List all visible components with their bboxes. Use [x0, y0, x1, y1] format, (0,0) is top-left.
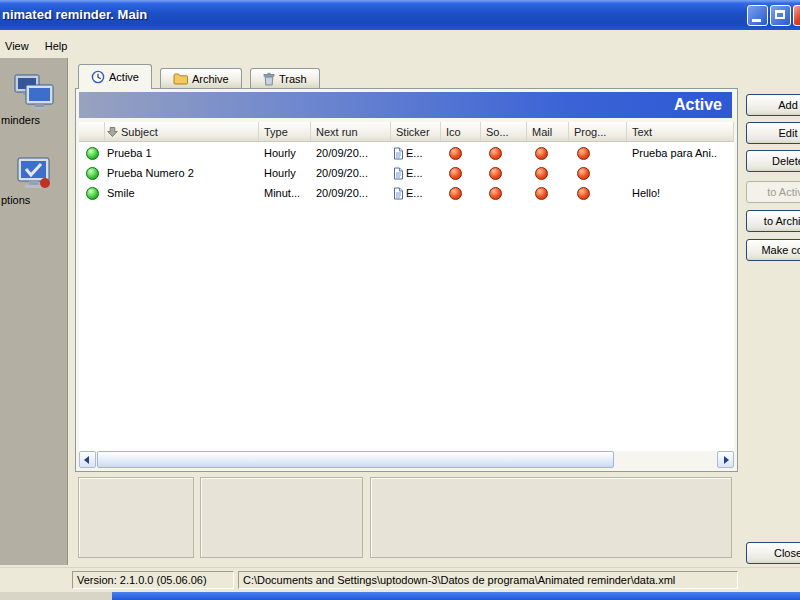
red-flag-icon: [577, 187, 590, 200]
column-header-sound[interactable]: So...: [481, 122, 527, 141]
preview-panel-1: [78, 477, 194, 558]
cell-type: Minut...: [259, 183, 311, 203]
menu-view[interactable]: View: [0, 37, 37, 55]
active-status-icon: [86, 147, 99, 160]
menu-help[interactable]: Help: [40, 37, 76, 55]
cell-ico: [441, 143, 481, 163]
titlebar: nimated reminder. Main: [0, 0, 800, 30]
table-row[interactable]: Smile Minut... 20/09/20... E... Hello!: [79, 183, 734, 203]
close-window-button[interactable]: [793, 5, 800, 26]
folder-icon: [173, 72, 188, 85]
cell-text: Prueba para Ani..: [627, 143, 734, 163]
cell-next-run: 20/09/20...: [311, 183, 391, 203]
minimize-button[interactable]: [747, 5, 768, 26]
add-button[interactable]: Add: [746, 94, 800, 116]
scroll-right-button[interactable]: [717, 451, 734, 468]
right-arrow-icon: [724, 456, 729, 464]
cell-type: Hourly: [259, 143, 311, 163]
statusbar: Version: 2.1.0.0 (05.06.06) C:\Documents…: [0, 567, 800, 593]
cell-state: [79, 143, 105, 163]
red-flag-icon: [489, 167, 502, 180]
horizontal-scrollbar: [79, 451, 734, 468]
tab-archive[interactable]: Archive: [160, 68, 242, 88]
column-header-text[interactable]: Text: [627, 122, 734, 141]
red-flag-icon: [577, 167, 590, 180]
maximize-icon: [775, 10, 785, 19]
document-icon: [393, 147, 404, 160]
column-header-mail[interactable]: Mail: [527, 122, 569, 141]
data-file-path-status: C:\Documents and Settings\uptodown-3\Dat…: [238, 571, 738, 589]
left-arrow-icon: [84, 456, 89, 464]
preview-panel-3: [370, 477, 732, 558]
delete-button[interactable]: Delete: [746, 150, 800, 172]
cell-program: [569, 183, 627, 203]
to-active-button[interactable]: to Active: [746, 181, 800, 203]
cell-state: [79, 163, 105, 183]
tab-active[interactable]: Active: [78, 64, 152, 89]
to-archive-button[interactable]: to Archive: [746, 210, 800, 232]
sidebar-item-label: minders: [0, 114, 67, 126]
cell-text: [627, 163, 734, 183]
sidebar-item-reminders[interactable]: minders: [0, 74, 67, 126]
red-flag-icon: [535, 167, 548, 180]
maximize-button[interactable]: [770, 5, 791, 26]
cell-sticker: E...: [391, 143, 441, 163]
cell-subject: Prueba Numero 2: [105, 163, 259, 183]
monitor-check-icon: [14, 156, 54, 192]
tab-label: Archive: [192, 73, 229, 85]
sticker-name: E...: [406, 147, 423, 159]
table-row[interactable]: Prueba 1 Hourly 20/09/20... E... Prueba …: [79, 143, 734, 163]
window-bottom-edge: [0, 592, 112, 600]
red-flag-icon: [449, 147, 462, 160]
app-window: nimated reminder. Main View Help minders: [0, 0, 800, 600]
tab-page: Active Subject Type Next run Sticker Ico…: [75, 88, 738, 472]
trash-icon: [263, 72, 275, 86]
sidebar-item-label: ptions: [0, 194, 67, 206]
cell-mail: [527, 183, 569, 203]
menubar: View Help: [0, 30, 800, 58]
scrollbar-thumb[interactable]: [97, 451, 614, 468]
cell-subject: Smile: [105, 183, 259, 203]
cell-ico: [441, 183, 481, 203]
tab-trash[interactable]: Trash: [250, 68, 320, 88]
red-flag-icon: [489, 187, 502, 200]
cell-next-run: 20/09/20...: [311, 163, 391, 183]
clock-icon: [91, 70, 105, 84]
column-header-state[interactable]: [79, 122, 105, 141]
red-flag-icon: [535, 187, 548, 200]
cell-state: [79, 183, 105, 203]
window-title: nimated reminder. Main: [2, 7, 147, 22]
table-row[interactable]: Prueba Numero 2 Hourly 20/09/20... E...: [79, 163, 734, 183]
active-status-icon: [86, 187, 99, 200]
column-header-program[interactable]: Prog...: [569, 122, 627, 141]
edit-button[interactable]: Edit: [746, 122, 800, 144]
column-header-next-run[interactable]: Next run: [311, 122, 391, 141]
reminder-table: Subject Type Next run Sticker Ico So... …: [79, 122, 734, 451]
sidebar-item-options[interactable]: ptions: [0, 156, 67, 206]
column-header-type[interactable]: Type: [259, 122, 311, 141]
cell-mail: [527, 143, 569, 163]
make-copy-button[interactable]: Make copy: [746, 239, 800, 261]
scroll-left-button[interactable]: [79, 451, 96, 468]
cell-sticker: E...: [391, 183, 441, 203]
minimize-icon: [752, 19, 761, 22]
column-header-ico[interactable]: Ico: [441, 122, 481, 141]
cell-next-run: 20/09/20...: [311, 143, 391, 163]
panel-header-label: Active: [674, 96, 722, 113]
red-flag-icon: [535, 147, 548, 160]
computers-icon: [12, 74, 56, 112]
red-flag-icon: [449, 187, 462, 200]
cell-type: Hourly: [259, 163, 311, 183]
column-header-subject[interactable]: Subject: [105, 122, 259, 141]
sticker-name: E...: [406, 167, 423, 179]
red-flag-icon: [489, 147, 502, 160]
active-status-icon: [86, 167, 99, 180]
cell-sticker: E...: [391, 163, 441, 183]
panel-header: Active: [79, 92, 732, 118]
cell-ico: [441, 163, 481, 183]
column-header-sticker[interactable]: Sticker: [391, 122, 441, 141]
cell-program: [569, 163, 627, 183]
red-flag-icon: [577, 147, 590, 160]
close-button[interactable]: Close: [746, 542, 800, 564]
column-label: Subject: [121, 126, 158, 138]
